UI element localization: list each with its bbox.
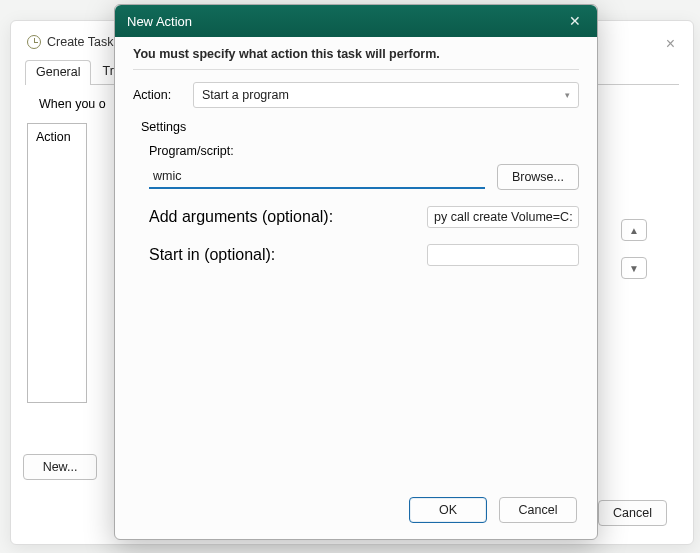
new-action-dialog: New Action ✕ You must specify what actio…: [114, 4, 598, 540]
program-input[interactable]: [149, 165, 485, 189]
actions-list[interactable]: Action: [27, 123, 87, 403]
close-icon[interactable]: ✕: [565, 13, 585, 29]
parent-title: Create Task: [47, 35, 113, 49]
modal-titlebar: New Action ✕: [115, 5, 597, 37]
actions-list-header: Action: [28, 124, 86, 150]
clock-icon: [27, 35, 41, 49]
move-down-button[interactable]: ▼: [621, 257, 647, 279]
startin-input[interactable]: [427, 244, 579, 266]
action-combobox[interactable]: Start a program ▾: [193, 82, 579, 108]
cancel-button[interactable]: Cancel: [499, 497, 577, 523]
parent-cancel-button[interactable]: Cancel: [598, 500, 667, 526]
settings-label: Settings: [133, 114, 579, 140]
action-label: Action:: [133, 88, 183, 102]
tab-general[interactable]: General: [25, 60, 91, 85]
arguments-input[interactable]: [427, 206, 579, 228]
instruction-text: You must specify what action this task w…: [133, 47, 579, 70]
arguments-label: Add arguments (optional):: [149, 208, 333, 226]
move-up-button[interactable]: ▲: [621, 219, 647, 241]
ok-button[interactable]: OK: [409, 497, 487, 523]
chevron-down-icon: ▾: [565, 90, 570, 100]
program-label: Program/script:: [149, 144, 579, 164]
modal-title-text: New Action: [127, 14, 192, 29]
action-combobox-value: Start a program: [202, 88, 289, 102]
new-action-button[interactable]: New...: [23, 454, 97, 480]
browse-button[interactable]: Browse...: [497, 164, 579, 190]
parent-close-button[interactable]: ×: [666, 35, 675, 53]
startin-label: Start in (optional):: [149, 246, 275, 264]
